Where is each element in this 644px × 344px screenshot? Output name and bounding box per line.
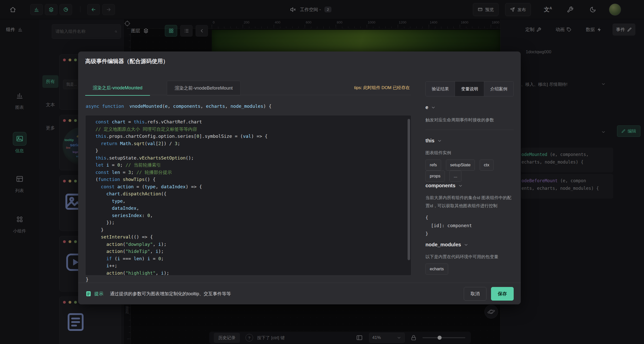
editor-scrollbar[interactable] — [408, 119, 410, 260]
divider — [425, 130, 514, 130]
section-name: components — [425, 183, 455, 189]
code-editor[interactable]: const chart = this.refs.vChartRef.chart … — [85, 115, 411, 276]
components-code-close: } — [425, 230, 428, 238]
footer-tip-label: 提示 — [94, 291, 103, 297]
help-tab-variables[interactable]: 变量说明 — [455, 81, 484, 96]
chevron-down-icon — [458, 183, 463, 188]
section-name: e — [425, 104, 428, 110]
chip-more[interactable]: ... — [449, 171, 462, 182]
section-e-desc: 触发对应生命周期事件时接收的参数 — [425, 116, 514, 124]
chevron-down-icon — [437, 138, 442, 143]
section-components-desc: 当前大屏内所有组件的集合id 图表组件中的配置id，可以获取其他图表组件进行控制 — [425, 194, 514, 210]
chip-ctx[interactable]: ctx — [480, 160, 494, 171]
chip-refs[interactable]: refs — [425, 160, 441, 171]
app-screen: 020040060080010001200140016001800 2000 历… — [0, 0, 644, 344]
section-name: this — [425, 138, 435, 144]
tab-vnode-beforemount[interactable]: 渲染之前-vnodeBeforeMount — [167, 81, 240, 95]
help-panel: 验证结果 变量说明 介绍案例 e 触发对应生命周期事件时接收的参数 this 图… — [425, 81, 514, 281]
code-body[interactable]: const chart = this.refs.vChartRef.chart … — [90, 118, 267, 276]
section-components[interactable]: components — [425, 183, 463, 189]
chip-props[interactable]: props — [425, 171, 445, 182]
this-chips: refs setupState ctx props ... — [425, 160, 514, 182]
components-code-open: { — [425, 214, 428, 222]
advanced-event-editor-modal: 高级事件编辑器（配合源码使用） 渲染之后-vnodeMounted 渲染之前-v… — [78, 51, 521, 304]
chevron-down-icon — [464, 242, 469, 247]
node-modules-chips: echarts — [425, 263, 452, 275]
chip-echarts[interactable]: echarts — [425, 263, 448, 275]
modal-title: 高级事件编辑器（配合源码使用） — [85, 58, 168, 65]
footer-tip-text: 通过提供的参数可为图表增加定制化的tooltip、交互事件等等 — [110, 291, 231, 297]
closing-brace: } — [86, 277, 88, 282]
section-node-modules[interactable]: node_modules — [425, 242, 469, 248]
tab-vnode-mounted[interactable]: 渲染之后-vnodeMounted — [85, 81, 150, 96]
help-tab-validation[interactable]: 验证结果 — [425, 81, 455, 96]
save-button[interactable]: 保存 — [491, 287, 514, 301]
dom-tip: tips: 此时组件 DOM 已经存在 — [354, 85, 410, 91]
chevron-down-icon — [431, 105, 436, 110]
modal-footer: 提示 通过提供的参数可为图表增加定制化的tooltip、交互事件等等 取消 保存 — [78, 283, 521, 305]
components-code-body: [id]: component — [425, 222, 472, 230]
cancel-button[interactable]: 取消 — [464, 287, 486, 301]
section-name: node_modules — [425, 242, 461, 248]
tab-divider — [85, 95, 411, 95]
function-signature: async function vnodeMounted(e, component… — [86, 103, 271, 109]
chip-setupstate[interactable]: setupState — [446, 160, 475, 171]
section-this[interactable]: this — [425, 138, 442, 144]
section-node-modules-desc: 以下是内置在代码环境中可用的包变量 — [425, 253, 514, 261]
section-this-desc: 图表组件实例 — [425, 149, 514, 157]
section-e[interactable]: e — [425, 104, 436, 110]
help-tab-examples[interactable]: 介绍案例 — [484, 81, 514, 96]
doc-icon — [85, 290, 92, 297]
